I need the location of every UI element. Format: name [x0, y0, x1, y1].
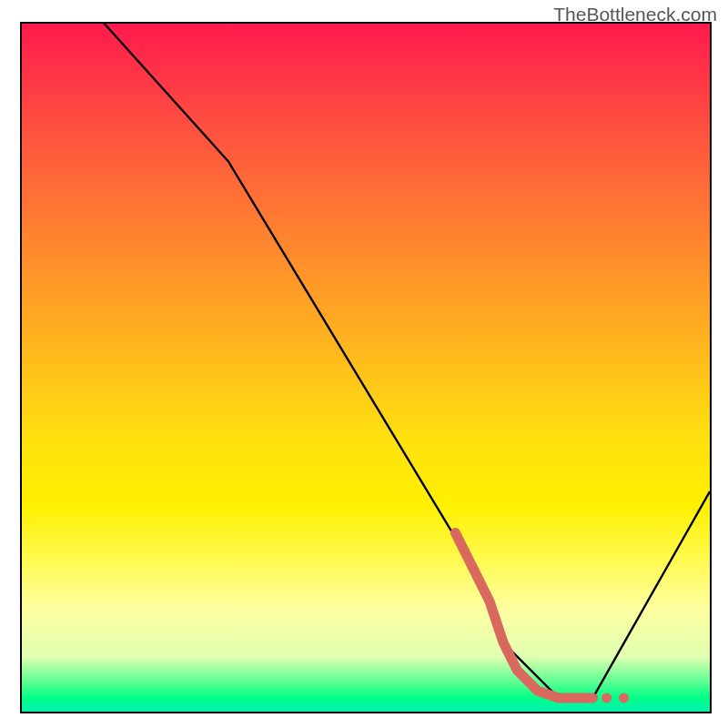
chart-plot-area — [20, 22, 712, 713]
optimal-zone-stroke — [455, 532, 592, 698]
optimal-zone-markers — [455, 532, 629, 703]
watermark-text: TheBottleneck.com — [553, 4, 717, 25]
bottleneck-curve-line — [22, 24, 710, 698]
optimal-zone-dot — [602, 693, 612, 703]
optimal-zone-dot — [619, 693, 629, 703]
chart-svg — [22, 24, 710, 712]
